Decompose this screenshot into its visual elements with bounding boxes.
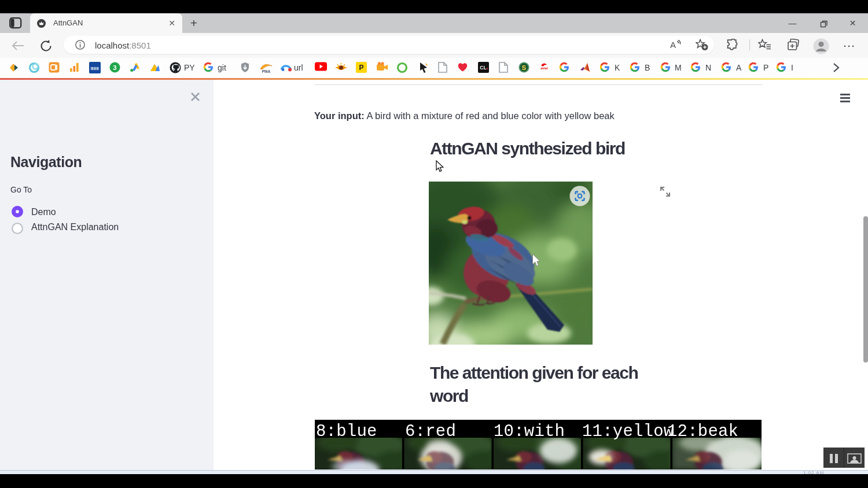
- svg-text:airtel: airtel: [540, 66, 548, 70]
- svg-text:CL: CL: [480, 65, 486, 71]
- svg-text:A: A: [670, 40, 676, 50]
- svg-text:S: S: [522, 64, 526, 71]
- svg-text:P: P: [359, 64, 363, 72]
- svg-text:PMA: PMA: [262, 69, 271, 73]
- svg-text:3: 3: [113, 64, 116, 71]
- svg-text:IEEE: IEEE: [91, 66, 100, 71]
